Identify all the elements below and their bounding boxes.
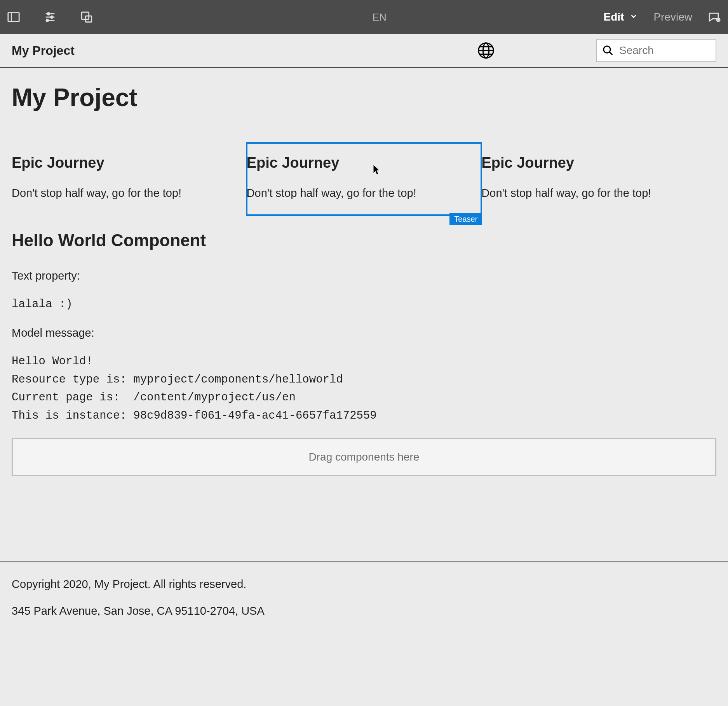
emulator-icon[interactable] — [80, 10, 93, 24]
mode-switch-edit[interactable]: Edit — [604, 11, 638, 23]
svg-line-17 — [610, 52, 613, 55]
model-message-label: Model message: — [12, 327, 716, 339]
teaser-title: Epic Journey — [481, 155, 716, 171]
text-property-label: Text property: — [12, 270, 716, 282]
component-dropzone[interactable]: Drag components here — [12, 438, 716, 476]
chevron-down-icon — [629, 11, 638, 23]
svg-point-16 — [604, 46, 611, 53]
hello-heading: Hello World Component — [12, 231, 716, 250]
teaser-row: Epic Journey Don't stop half way, go for… — [12, 143, 716, 215]
site-header-title: My Project — [12, 43, 75, 58]
preview-label: Preview — [653, 11, 692, 23]
annotate-icon[interactable] — [708, 10, 721, 24]
mode-preview[interactable]: Preview — [653, 11, 692, 23]
teaser-title: Epic Journey — [247, 155, 482, 171]
page-title: My Project — [12, 83, 716, 112]
lang-indicator[interactable]: EN — [310, 11, 387, 23]
dropzone-label: Drag components here — [309, 451, 420, 463]
text-property-value: lalala :) — [12, 296, 716, 313]
side-panel-toggle-icon[interactable] — [7, 10, 20, 24]
toolbar-left-group — [7, 10, 93, 24]
footer-address: 345 Park Avenue, San Jose, CA 95110-2704… — [12, 605, 716, 617]
page-content: My Project Epic Journey Don't stop half … — [0, 68, 728, 476]
svg-rect-0 — [8, 13, 19, 22]
svg-point-7 — [46, 19, 49, 22]
search-input[interactable] — [619, 44, 728, 57]
footer-copyright: Copyright 2020, My Project. All rights r… — [12, 578, 716, 591]
page-properties-icon[interactable] — [44, 10, 57, 24]
search-box[interactable] — [596, 39, 716, 62]
toolbar-right-group: Edit Preview — [604, 10, 721, 24]
site-footer: Copyright 2020, My Project. All rights r… — [0, 562, 728, 655]
site-header: My Project — [0, 34, 728, 68]
teaser-component[interactable]: Epic Journey Don't stop half way, go for… — [12, 143, 247, 215]
edit-label: Edit — [604, 11, 624, 23]
teaser-component[interactable]: Epic Journey Don't stop half way, go for… — [481, 143, 716, 215]
component-type-badge: Teaser — [449, 213, 482, 225]
svg-point-5 — [51, 16, 53, 18]
app-toolbar: EN Edit Preview — [0, 0, 728, 34]
globe-icon[interactable] — [477, 42, 495, 59]
teaser-text: Don't stop half way, go for the top! — [481, 187, 716, 200]
toolbar-lang[interactable]: EN — [93, 11, 604, 23]
teaser-title: Epic Journey — [12, 155, 247, 171]
teaser-text: Don't stop half way, go for the top! — [247, 187, 482, 200]
search-icon — [602, 45, 614, 56]
teaser-text: Don't stop half way, go for the top! — [12, 187, 247, 200]
model-message-value: Hello World! Resource type is: myproject… — [12, 353, 716, 425]
svg-point-3 — [47, 13, 50, 15]
hello-world-component[interactable]: Hello World Component Text property: lal… — [12, 231, 716, 425]
teaser-component-selected[interactable]: Epic Journey Don't stop half way, go for… — [247, 143, 482, 215]
